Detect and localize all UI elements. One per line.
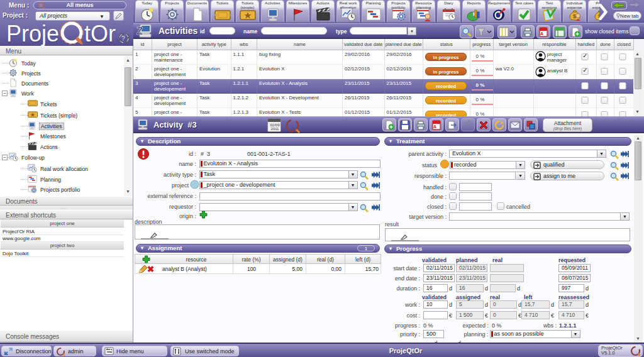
svg-text:?: ? xyxy=(121,35,125,42)
svg-text:A: A xyxy=(540,31,543,36)
svg-text:Z: Z xyxy=(136,25,143,37)
svg-text:A: A xyxy=(433,124,436,129)
